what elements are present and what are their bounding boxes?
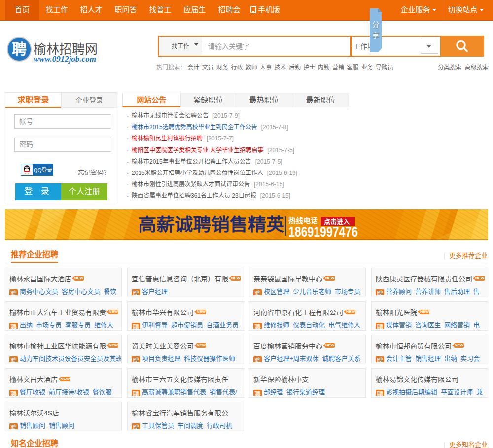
- svg-text:QQ登录: QQ登录: [34, 167, 52, 173]
- svg-text:18691997476: 18691997476: [288, 223, 358, 240]
- svg-text:高薪诚聘销售精英: 高薪诚聘销售精英: [138, 215, 285, 235]
